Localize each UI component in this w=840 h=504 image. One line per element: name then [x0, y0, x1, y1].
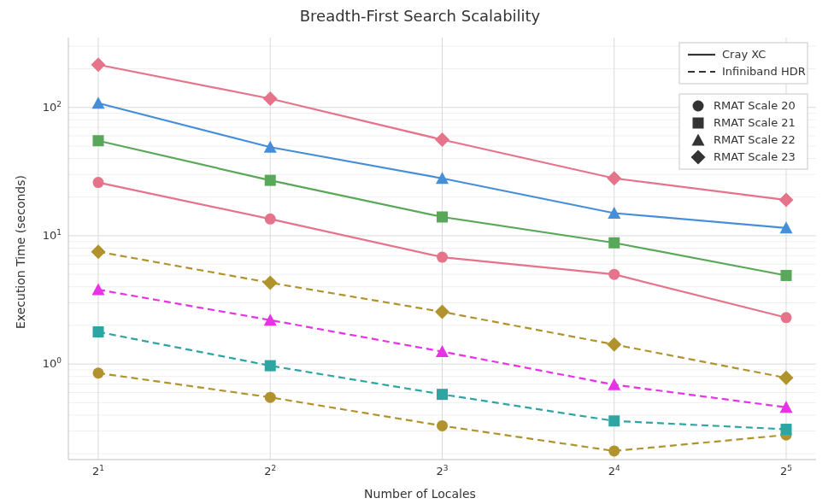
marker-square — [437, 389, 448, 400]
marker-circle — [93, 367, 104, 378]
marker-circle — [437, 252, 448, 263]
marker-circle — [693, 101, 704, 112]
marker-square — [93, 326, 104, 337]
legend-label: Cray XC — [722, 48, 766, 61]
marker-square — [608, 415, 620, 426]
chart-title: Breadth-First Search Scalability — [0, 7, 840, 25]
x-tick-label: 22 — [264, 464, 276, 478]
chart-container: Breadth-First Search Scalability Executi… — [0, 0, 840, 504]
y-tick-label: 100 — [43, 356, 62, 370]
marker-circle — [437, 420, 448, 431]
legend-label: RMAT Scale 21 — [714, 116, 796, 129]
x-tick-label: 24 — [608, 464, 620, 478]
marker-square — [93, 135, 104, 146]
marker-circle — [265, 214, 276, 225]
marker-square — [608, 237, 620, 249]
y-tick-label: 101 — [43, 228, 62, 242]
legend-label: RMAT Scale 22 — [714, 133, 796, 146]
marker-circle — [265, 392, 276, 403]
marker-circle — [781, 312, 792, 323]
x-axis-label: Number of Locales — [0, 487, 840, 501]
x-tick-label: 21 — [92, 464, 104, 478]
marker-circle — [608, 445, 620, 456]
legend-label: RMAT Scale 20 — [714, 99, 796, 112]
marker-square — [437, 211, 448, 222]
legend-label: Infiniband HDR — [722, 65, 806, 78]
y-tick-label: 102 — [43, 100, 62, 114]
marker-square — [781, 270, 792, 281]
x-tick-label: 25 — [780, 464, 792, 478]
marker-square — [265, 175, 276, 186]
marker-circle — [93, 177, 104, 188]
marker-square — [693, 118, 704, 129]
marker-square — [265, 360, 276, 372]
chart-plot: 1001011022122232425Cray XCInfiniband HDR… — [0, 0, 840, 504]
x-tick-label: 23 — [436, 464, 448, 478]
legend-label: RMAT Scale 23 — [714, 150, 796, 163]
marker-square — [781, 424, 792, 435]
marker-circle — [608, 269, 620, 280]
y-axis-label: Execution Time (seconds) — [14, 175, 27, 329]
